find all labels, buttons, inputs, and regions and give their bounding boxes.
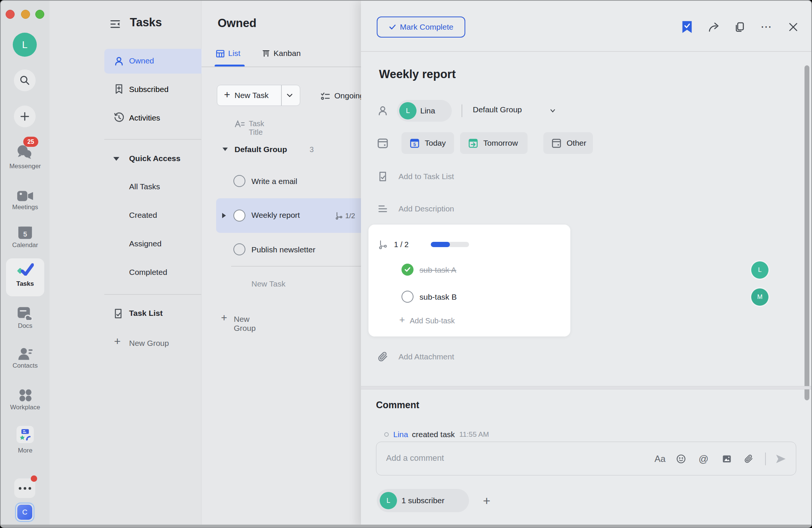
avatar[interactable]: L xyxy=(13,33,37,57)
group-row[interactable]: Default Group 3 xyxy=(217,142,359,158)
task-list-icon xyxy=(377,171,388,182)
activity-actor[interactable]: Lina xyxy=(393,430,408,439)
rail-item-contacts[interactable]: Contacts xyxy=(1,345,50,376)
rail-item-messenger[interactable]: 25 Messenger xyxy=(1,139,50,173)
rail-item-more[interactable]: More xyxy=(1,426,50,460)
subtask-checkbox[interactable] xyxy=(401,291,414,303)
plus-icon: + xyxy=(114,335,121,348)
expand-subtasks-icon[interactable] xyxy=(222,213,226,218)
due-option-today[interactable]: 5 Today xyxy=(401,132,454,154)
calendar-icon: 5 xyxy=(18,225,33,240)
scrollbar[interactable] xyxy=(804,65,809,400)
chevron-down-icon[interactable] xyxy=(286,92,294,99)
rail-item-docs[interactable]: Docs xyxy=(1,305,50,335)
add-to-task-list[interactable]: Add to Task List xyxy=(398,172,454,181)
task-checkbox[interactable] xyxy=(233,210,245,222)
task-checkbox[interactable] xyxy=(233,243,245,255)
tab-label: List xyxy=(228,49,241,58)
group-name: Default Group xyxy=(235,145,287,154)
add-attachment[interactable]: Add Attachment xyxy=(398,352,454,361)
traffic-light-zoom[interactable] xyxy=(35,10,44,19)
mark-complete-label: Mark Complete xyxy=(400,23,453,32)
task-list-label: Task List xyxy=(129,309,162,318)
rail-item-label: Messenger xyxy=(1,163,50,170)
mark-complete-button[interactable]: Mark Complete xyxy=(377,17,465,38)
image-icon[interactable] xyxy=(722,454,732,464)
copy-icon[interactable] xyxy=(734,21,745,33)
collapse-sidebar-icon[interactable] xyxy=(110,19,121,29)
due-option-tomorrow[interactable]: Tomorrow xyxy=(460,132,528,154)
activity-bullet-icon xyxy=(384,432,389,437)
subtask-row[interactable]: sub-task B xyxy=(368,286,570,311)
task-row[interactable]: Publish newsletter xyxy=(217,237,361,263)
subtask-title: sub-task B xyxy=(420,293,457,302)
plus-icon xyxy=(19,111,30,122)
due-option-other[interactable]: Other xyxy=(543,132,593,154)
sidebar-item-all-tasks[interactable]: All Tasks xyxy=(129,182,160,192)
workspace-avatar[interactable]: C xyxy=(15,502,35,522)
more-apps-icon xyxy=(17,426,34,443)
video-camera-icon xyxy=(17,190,34,202)
search-button[interactable] xyxy=(14,69,36,91)
messenger-badge: 25 xyxy=(23,137,38,147)
group-selector-label: Default Group xyxy=(473,105,522,114)
new-task-placeholder[interactable]: New Task xyxy=(251,279,286,288)
subscriber-chip[interactable]: L 1 subscriber xyxy=(377,489,469,512)
rail-item-workplace[interactable]: Workplace xyxy=(1,386,50,416)
group-selector[interactable]: Default Group xyxy=(473,105,522,119)
rail-item-label: Workplace xyxy=(1,404,50,411)
rail-item-calendar[interactable]: 5 Calendar xyxy=(1,225,50,255)
comment-heading: Comment xyxy=(376,400,419,410)
activity-row: Lina created task 11:55 AM xyxy=(384,429,489,440)
calendar-other-icon xyxy=(551,137,562,149)
window-bottom-edge xyxy=(1,525,811,527)
rail-item-label: Contacts xyxy=(1,362,50,370)
bookmark-icon[interactable] xyxy=(682,21,692,34)
text-field-icon xyxy=(235,119,245,129)
app-rail: L 25 Messenger Meetings 5 Cale xyxy=(1,1,50,527)
traffic-light-minimize[interactable] xyxy=(21,10,30,19)
add-subscriber-icon[interactable]: + xyxy=(483,493,490,508)
send-icon[interactable] xyxy=(775,454,786,464)
create-button[interactable] xyxy=(14,106,36,127)
due-option-label: Tomorrow xyxy=(483,139,518,148)
text-format-icon[interactable]: Aa xyxy=(654,454,665,464)
task-title: Write a email xyxy=(251,177,297,186)
tasks-sidebar: Tasks ⋯ Owned 3 Subscribed Activities xyxy=(50,1,201,527)
task-row[interactable]: Write a email xyxy=(217,169,361,195)
assignee-name: Lina xyxy=(420,106,435,115)
list-title: Owned xyxy=(218,17,256,30)
subtask-assignee-avatar[interactable]: M xyxy=(751,288,768,306)
subtask-checkbox-checked[interactable] xyxy=(401,264,414,276)
sidebar-item-created[interactable]: Created xyxy=(129,210,157,220)
subtask-assignee-avatar[interactable]: L xyxy=(751,261,768,279)
emoji-icon[interactable] xyxy=(676,454,686,464)
list-view-icon xyxy=(215,49,225,59)
add-description[interactable]: Add Description xyxy=(398,204,454,213)
comment-input[interactable]: Add a comment Aa @ xyxy=(376,442,796,475)
task-row-selected[interactable]: Weekly report 1/2 xyxy=(216,198,361,233)
chevron-down-icon xyxy=(223,148,228,151)
sidebar-item-completed[interactable]: Completed xyxy=(129,267,167,277)
attach-icon[interactable] xyxy=(744,454,753,464)
header-divider xyxy=(361,51,812,52)
assignee-chip[interactable]: L Lina xyxy=(397,100,452,122)
toolbar-divider xyxy=(765,453,766,465)
task-detail-title[interactable]: Weekly report xyxy=(379,68,456,81)
section-divider xyxy=(361,386,812,389)
mention-icon[interactable]: @ xyxy=(699,453,708,465)
notification-dot xyxy=(31,475,37,482)
rail-item-meetings[interactable]: Meetings xyxy=(1,189,50,219)
rail-item-tasks[interactable]: Tasks xyxy=(6,258,44,296)
share-icon[interactable] xyxy=(708,21,720,33)
close-icon[interactable] xyxy=(788,22,798,32)
subtask-row[interactable]: sub-task A xyxy=(368,259,570,284)
task-checkbox[interactable] xyxy=(233,175,245,187)
column-header-label: Task Title xyxy=(249,119,264,137)
more-icon[interactable]: ⋯ xyxy=(761,20,773,33)
new-task-button[interactable]: + New Task xyxy=(217,85,300,106)
sidebar-item-assigned[interactable]: Assigned xyxy=(129,239,161,249)
task-title: Weekly report xyxy=(251,211,300,220)
traffic-light-close[interactable] xyxy=(6,10,15,19)
subtask-progress-fill xyxy=(431,242,450,247)
